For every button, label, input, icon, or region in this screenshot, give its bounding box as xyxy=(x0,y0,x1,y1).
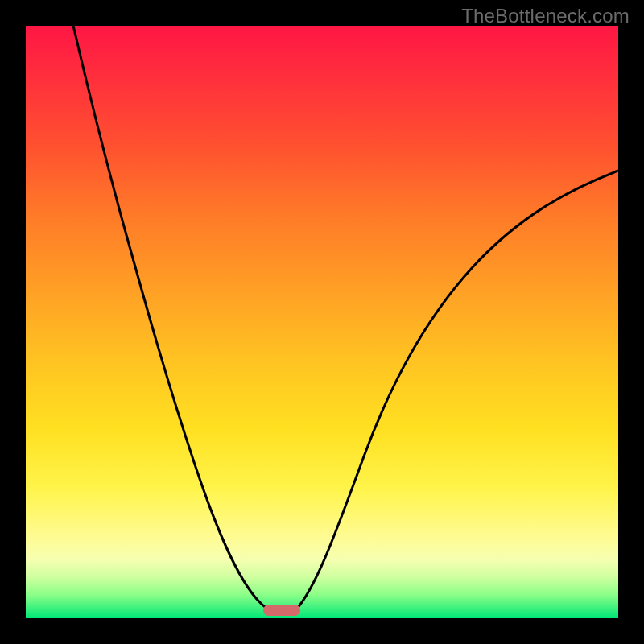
right-branch-curve xyxy=(295,171,618,610)
watermark-text: TheBottleneck.com xyxy=(461,5,630,27)
valley-marker xyxy=(263,605,300,616)
plot-area xyxy=(26,26,618,618)
curve-layer xyxy=(26,26,618,618)
outer-frame: TheBottleneck.com xyxy=(0,0,644,644)
left-branch-curve xyxy=(73,26,270,610)
